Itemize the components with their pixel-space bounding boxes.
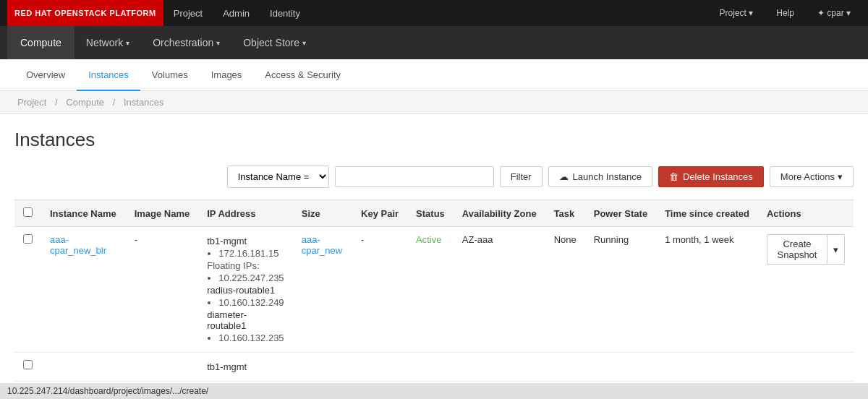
top-nav-admin[interactable]: Admin: [213, 0, 260, 26]
row2-checkbox-cell: [14, 353, 41, 382]
instance-name-link[interactable]: aaa-cpar_new_blr: [50, 234, 106, 256]
brand: RED HAT OPENSTACK PLATFORM: [7, 0, 163, 26]
more-actions-chevron: ▾: [838, 171, 843, 182]
ip-list-1: 172.16.181.15: [207, 248, 284, 259]
toolbar: Instance Name = Filter ☁ Launch Instance…: [14, 166, 854, 188]
col-time-since-created: Time since created: [656, 200, 758, 227]
row2-key-pair-cell: [352, 353, 407, 382]
select-all-checkbox[interactable]: [23, 207, 33, 217]
delete-instances-button[interactable]: 🗑 Delete Instances: [658, 166, 764, 187]
col-actions: Actions: [758, 200, 854, 227]
page-title: Instances: [14, 129, 854, 151]
row2-status-cell: [407, 353, 454, 382]
row-image-name-cell: -: [126, 227, 199, 353]
compute-tab[interactable]: Compute: [7, 26, 75, 59]
network-name-2: radius-routable1: [207, 285, 284, 296]
project-switch[interactable]: Project ▾: [710, 0, 764, 26]
row-ip-address-cell: tb1-mgmt 172.16.181.15 Floating IPs: 10.…: [198, 227, 293, 353]
row-time-since-created-cell: 1 month, 1 week: [656, 227, 758, 353]
tab-instances[interactable]: Instances: [77, 59, 140, 91]
filter-input[interactable]: [335, 166, 494, 187]
top-nav-identity[interactable]: Identity: [260, 0, 310, 26]
row-actions-cell: Create Snapshot ▾: [758, 227, 854, 353]
tab-volumes[interactable]: Volumes: [140, 59, 200, 91]
ip-list-3: 10.160.132.235: [207, 332, 284, 343]
tab-bar: Overview Instances Volumes Images Access…: [0, 59, 868, 91]
breadcrumb-project[interactable]: Project: [17, 97, 46, 108]
create-snapshot-dropdown[interactable]: ▾: [827, 234, 845, 265]
row-size-cell: aaa-cpar_new: [293, 227, 352, 353]
row-task-cell: None: [545, 227, 585, 353]
tab-overview[interactable]: Overview: [14, 59, 77, 91]
snapshot-dropdown-chevron: ▾: [833, 244, 838, 255]
breadcrumb-instances: Instances: [124, 97, 164, 108]
col-checkbox: [14, 200, 41, 227]
orchestration-nav[interactable]: Orchestration ▾: [141, 26, 231, 59]
table-row: aaa-cpar_new_blr - tb1-mgmt 172.16.181.1…: [14, 227, 854, 353]
cloud-icon: ☁: [559, 171, 569, 182]
size-link[interactable]: aaa-cpar_new: [302, 234, 342, 256]
network-section-3: diameter-routable1 10.160.132.235: [207, 309, 284, 343]
row2-ip-address-cell: tb1-mgmt: [198, 353, 293, 382]
network-nav[interactable]: Network ▾: [75, 26, 141, 59]
col-key-pair: Key Pair: [352, 200, 407, 227]
row2-time-since-created-cell: [656, 353, 758, 382]
object-store-nav[interactable]: Object Store ▾: [231, 26, 318, 59]
create-snapshot-button[interactable]: Create Snapshot: [767, 234, 827, 265]
user-menu[interactable]: ✦ cpar ▾: [807, 0, 861, 26]
ip-list-2: 10.160.132.249: [207, 297, 284, 308]
network-section-2: radius-routable1 10.160.132.249: [207, 285, 284, 308]
tab-access-security[interactable]: Access & Security: [253, 59, 352, 91]
network-section-1: tb1-mgmt 172.16.181.15 Floating IPs: 10.…: [207, 236, 284, 283]
row2-image-name-cell: [126, 353, 199, 382]
ip-item: 10.160.132.249: [218, 297, 284, 308]
row-checkbox-cell: [14, 227, 41, 353]
breadcrumb-sep1: /: [55, 97, 60, 108]
col-task: Task: [545, 200, 585, 227]
floating-ip-list-1: 10.225.247.235: [207, 273, 284, 283]
col-ip-address: IP Address: [198, 200, 293, 227]
more-actions-button[interactable]: More Actions ▾: [770, 166, 854, 187]
breadcrumb: Project / Compute / Instances: [0, 91, 868, 114]
tab-images[interactable]: Images: [200, 59, 254, 91]
row2-task-cell: [545, 353, 585, 382]
row2-checkbox[interactable]: [23, 360, 33, 369]
top-bar-right: Project ▾ Help ✦ cpar ▾: [710, 0, 861, 26]
col-instance-name: Instance Name: [41, 200, 126, 227]
top-bar-left: RED HAT OPENSTACK PLATFORM Project Admin…: [7, 0, 310, 26]
floating-ip-item: 10.225.247.235: [218, 273, 284, 283]
network-name-1: tb1-mgmt: [207, 236, 284, 246]
col-image-name: Image Name: [126, 200, 199, 227]
filter-button[interactable]: Filter: [500, 166, 542, 187]
table-header-row: Instance Name Image Name IP Address Size…: [14, 200, 854, 227]
breadcrumb-sep2: /: [113, 97, 118, 108]
row2-power-state-cell: [585, 353, 656, 382]
second-bar: Compute Network ▾ Orchestration ▾ Object…: [0, 26, 868, 59]
orchestration-chevron: ▾: [216, 39, 220, 47]
launch-instance-button[interactable]: ☁ Launch Instance: [548, 166, 652, 187]
filter-select[interactable]: Instance Name =: [227, 166, 329, 188]
network-name-3: diameter-routable1: [207, 309, 284, 331]
object-store-chevron: ▾: [302, 39, 306, 47]
ip-item: 10.160.132.235: [218, 332, 284, 343]
row-status-cell: Active: [407, 227, 454, 353]
help-button[interactable]: Help: [766, 0, 804, 26]
floating-label: Floating IPs:: [207, 260, 284, 271]
row2-network-name: tb1-mgmt: [207, 361, 284, 372]
row-checkbox[interactable]: [23, 234, 33, 244]
page-content: Instances Instance Name = Filter ☁ Launc…: [0, 114, 868, 382]
row-key-pair-cell: -: [352, 227, 407, 353]
top-nav-project[interactable]: Project: [163, 0, 213, 26]
row-power-state-cell: Running: [585, 227, 656, 353]
col-availability-zone: Availability Zone: [454, 200, 545, 227]
breadcrumb-compute[interactable]: Compute: [66, 97, 104, 108]
ip-item: 172.16.181.15: [218, 248, 284, 259]
row2-size-cell: [293, 353, 352, 382]
row2-actions-cell: [758, 353, 854, 382]
col-size: Size: [293, 200, 352, 227]
network-chevron: ▾: [126, 39, 129, 47]
col-power-state: Power State: [585, 200, 656, 227]
row2-instance-name-cell: [41, 353, 126, 382]
row2-availability-zone-cell: [454, 353, 545, 382]
row2-network-section: tb1-mgmt: [207, 361, 284, 372]
